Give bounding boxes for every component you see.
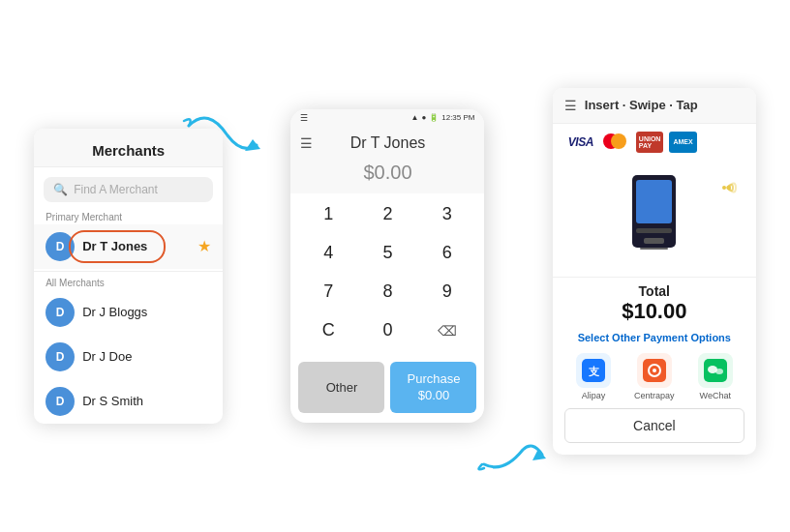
wechat-label: WeChat xyxy=(700,391,731,400)
svg-rect-4 xyxy=(636,228,672,233)
mc-right xyxy=(611,133,626,149)
alipay-svg: 支 xyxy=(582,359,605,382)
arrow-left-icon xyxy=(179,116,266,164)
svg-rect-5 xyxy=(644,238,664,244)
key-clear[interactable]: C xyxy=(305,313,351,348)
phone-amount: $0.00 xyxy=(290,156,484,193)
key-1[interactable]: 1 xyxy=(305,197,351,232)
other-payment-link[interactable]: Select Other Payment Options xyxy=(553,328,756,347)
star-icon: ★ xyxy=(198,237,211,255)
total-label: Total xyxy=(564,283,744,299)
phone-panel: ☰ ▲ ● 🔋 12:35 PM ☰ Dr T Jones $0.00 1 2 … xyxy=(290,109,484,424)
search-icon: 🔍 xyxy=(53,183,68,196)
terminal-main xyxy=(553,161,756,277)
svg-point-12 xyxy=(653,369,656,372)
alipay-icon: 支 xyxy=(576,353,611,388)
key-0[interactable]: 0 xyxy=(364,313,410,348)
centrapay-option[interactable]: Centrapay xyxy=(634,353,675,400)
merchant-avatar: D xyxy=(46,298,75,327)
svg-text:支: 支 xyxy=(587,366,599,377)
alipay-option[interactable]: 支 Alipay xyxy=(576,353,611,400)
search-input-placeholder: Find A Merchant xyxy=(74,183,158,196)
key-9[interactable]: 9 xyxy=(424,275,471,310)
list-item[interactable]: D Dr J Bloggs xyxy=(34,290,223,335)
wifi-icon: ● xyxy=(421,113,426,122)
phone-header: ☰ Dr T Jones xyxy=(290,127,484,156)
key-6[interactable]: 6 xyxy=(424,236,471,271)
merchants-panel: Merchants 🔍 Find A Merchant Primary Merc… xyxy=(34,129,223,424)
scene: Merchants 🔍 Find A Merchant Primary Merc… xyxy=(0,0,790,532)
key-5[interactable]: 5 xyxy=(364,236,410,271)
svg-marker-1 xyxy=(532,449,546,460)
clock: 12:35 PM xyxy=(441,113,474,122)
contactless-icon xyxy=(712,172,743,203)
primary-merchant-name: Dr T Jones xyxy=(82,239,190,253)
key-4[interactable]: 4 xyxy=(305,236,351,271)
purchase-label: Purchase xyxy=(390,371,476,388)
battery-icon: 🔋 xyxy=(429,113,439,122)
keypad-row-2: 4 5 6 xyxy=(298,236,476,271)
wechat-svg xyxy=(704,359,727,382)
terminal-panel: ☰ Insert · Swipe · Tap VISA UNIONPAY AME… xyxy=(553,88,756,455)
svg-rect-3 xyxy=(636,180,672,223)
contactless-svg xyxy=(713,173,742,202)
key-backspace[interactable]: ⌫ xyxy=(424,313,471,348)
keypad-row-3: 7 8 9 xyxy=(298,275,476,310)
unionpay-logo: UNIONPAY xyxy=(636,132,664,153)
hamburger-icon[interactable]: ☰ xyxy=(300,135,313,151)
key-8[interactable]: 8 xyxy=(364,275,410,310)
total-amount: $10.00 xyxy=(564,299,744,324)
merchant-avatar-primary: D xyxy=(46,232,75,261)
merchant-avatar: D xyxy=(46,342,75,371)
primary-merchant-item[interactable]: D Dr T Jones ★ xyxy=(34,224,223,269)
merchant-avatar: D xyxy=(46,387,75,416)
terminal-device-icon xyxy=(623,170,685,267)
keypad-buttons: Other Purchase $0.00 xyxy=(290,356,484,424)
keypad-row-1: 1 2 3 xyxy=(298,197,476,232)
centrapay-svg xyxy=(643,359,666,382)
svg-rect-6 xyxy=(640,248,668,250)
wechat-option[interactable]: WeChat xyxy=(698,353,733,400)
merchant-name: Dr S Smith xyxy=(82,394,211,408)
svg-point-7 xyxy=(722,186,726,190)
key-3[interactable]: 3 xyxy=(424,197,471,232)
svg-point-15 xyxy=(715,369,723,374)
card-logos: VISA UNIONPAY AMEX xyxy=(553,124,756,161)
mastercard-logo xyxy=(603,133,630,151)
phone-status-bar: ☰ ▲ ● 🔋 12:35 PM xyxy=(290,109,484,127)
primary-merchant-label: Primary Merchant xyxy=(34,208,223,224)
search-bar[interactable]: 🔍 Find A Merchant xyxy=(44,177,213,202)
terminal-title: Insert · Swipe · Tap xyxy=(585,98,698,112)
keypad-row-4: C 0 ⌫ xyxy=(298,313,476,348)
terminal-header: ☰ Insert · Swipe · Tap xyxy=(553,88,756,124)
alipay-label: Alipay xyxy=(582,391,606,400)
total-section: Total $10.00 xyxy=(553,277,756,328)
list-item[interactable]: D Dr S Smith xyxy=(34,379,223,424)
key-7[interactable]: 7 xyxy=(305,275,351,310)
signal-icon: ▲ xyxy=(410,113,418,122)
other-button[interactable]: Other xyxy=(298,362,384,414)
purchase-button[interactable]: Purchase $0.00 xyxy=(390,362,476,414)
svg-marker-0 xyxy=(245,139,260,151)
terminal-menu-icon[interactable]: ☰ xyxy=(564,98,577,113)
payment-options: 支 Alipay Centrapay xyxy=(553,347,756,408)
status-menu: ☰ xyxy=(300,113,308,123)
list-item[interactable]: D Dr J Doe xyxy=(34,335,223,379)
all-merchants-label: All Merchants xyxy=(34,274,223,290)
key-2[interactable]: 2 xyxy=(364,197,410,232)
divider xyxy=(34,271,223,272)
visa-logo: VISA xyxy=(564,132,597,153)
amex-logo: AMEX xyxy=(669,132,696,153)
status-icons: ▲ ● 🔋 12:35 PM xyxy=(410,113,474,122)
purchase-amount: $0.00 xyxy=(390,388,476,404)
merchant-name: Dr J Doe xyxy=(82,349,211,364)
phone-title: Dr T Jones xyxy=(350,134,426,152)
arrow-right-icon xyxy=(474,426,552,474)
cancel-button[interactable]: Cancel xyxy=(564,408,744,443)
keypad: 1 2 3 4 5 6 7 8 9 C 0 ⌫ xyxy=(290,193,484,356)
merchant-name: Dr J Bloggs xyxy=(82,305,211,319)
centrapay-icon xyxy=(637,353,672,388)
centrapay-label: Centrapay xyxy=(634,391,675,400)
wechat-icon xyxy=(698,353,733,388)
